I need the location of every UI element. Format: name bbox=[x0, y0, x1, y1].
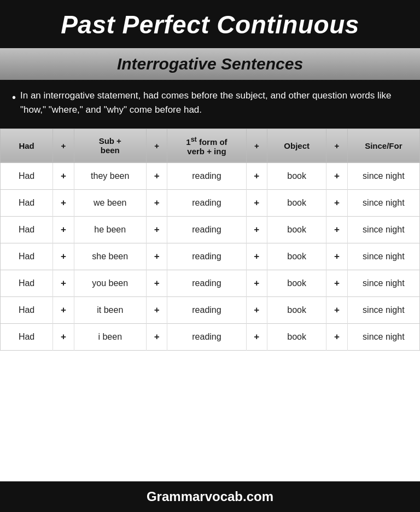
table-cell: since night bbox=[347, 162, 419, 189]
col-header-sub: Sub +been bbox=[74, 129, 146, 162]
col-header-object: Object bbox=[267, 129, 326, 162]
table-row: Had+you been+reading+book+since night bbox=[1, 270, 420, 296]
table-cell: + bbox=[53, 189, 74, 216]
table-cell: it been bbox=[74, 296, 146, 323]
page-header: Past Perfect Continuous bbox=[0, 0, 420, 48]
table-row: Had+they been+reading+book+since night bbox=[1, 162, 420, 189]
page-title: Past Perfect Continuous bbox=[11, 10, 409, 39]
table-header-row: Had + Sub +been + 1st form ofverb + ing … bbox=[1, 129, 420, 162]
table-cell: reading bbox=[167, 216, 246, 243]
table-cell: book bbox=[267, 189, 326, 216]
description-bullet: • In an interrogative statement, had com… bbox=[12, 89, 408, 118]
table-cell: since night bbox=[347, 216, 419, 243]
table-cell: since night bbox=[347, 270, 419, 296]
table-cell: reading bbox=[167, 296, 246, 323]
table-cell: reading bbox=[167, 243, 246, 270]
table-cell: Had bbox=[1, 189, 53, 216]
table-cell: + bbox=[246, 323, 267, 350]
table-row: Had+it been+reading+book+since night bbox=[1, 296, 420, 323]
col-header-plus3: + bbox=[246, 129, 267, 162]
table-cell: book bbox=[267, 296, 326, 323]
col-header-sincefor: Since/For bbox=[347, 129, 419, 162]
page-footer: Grammarvocab.com bbox=[0, 481, 420, 512]
description-text: In an interrogative statement, had comes… bbox=[20, 89, 408, 118]
table-cell: i been bbox=[74, 323, 146, 350]
table-cell: + bbox=[326, 216, 347, 243]
table-cell: book bbox=[267, 243, 326, 270]
col-header-plus4: + bbox=[326, 129, 347, 162]
table-cell: + bbox=[146, 323, 167, 350]
table-row: Had+he been+reading+book+since night bbox=[1, 216, 420, 243]
table-cell: + bbox=[246, 216, 267, 243]
table-cell: we been bbox=[74, 189, 146, 216]
table-container: Had + Sub +been + 1st form ofverb + ing … bbox=[0, 129, 420, 481]
table-cell: Had bbox=[1, 270, 53, 296]
table-cell: you been bbox=[74, 270, 146, 296]
table-cell: reading bbox=[167, 270, 246, 296]
table-cell: + bbox=[146, 270, 167, 296]
table-cell: reading bbox=[167, 189, 246, 216]
table-row: Had+she been+reading+book+since night bbox=[1, 243, 420, 270]
table-cell: + bbox=[246, 243, 267, 270]
table-cell: Had bbox=[1, 296, 53, 323]
col-header-had: Had bbox=[1, 129, 53, 162]
table-cell: + bbox=[53, 216, 74, 243]
table-body: Had+they been+reading+book+since nightHa… bbox=[1, 162, 420, 350]
col-header-plus2: + bbox=[146, 129, 167, 162]
table-cell: Had bbox=[1, 323, 53, 350]
col-header-plus1: + bbox=[53, 129, 74, 162]
table-cell: Had bbox=[1, 243, 53, 270]
table-cell: + bbox=[146, 189, 167, 216]
table-cell: book bbox=[267, 216, 326, 243]
description-section: • In an interrogative statement, had com… bbox=[0, 80, 420, 129]
table-cell: + bbox=[326, 162, 347, 189]
table-row: Had+we been+reading+book+since night bbox=[1, 189, 420, 216]
table-cell: reading bbox=[167, 162, 246, 189]
table-cell: + bbox=[246, 296, 267, 323]
table-cell: they been bbox=[74, 162, 146, 189]
table-cell: since night bbox=[347, 189, 419, 216]
table-cell: + bbox=[53, 323, 74, 350]
table-cell: + bbox=[246, 270, 267, 296]
table-cell: + bbox=[146, 243, 167, 270]
table-row: Had+i been+reading+book+since night bbox=[1, 323, 420, 350]
table-cell: book bbox=[267, 162, 326, 189]
table-cell: + bbox=[53, 270, 74, 296]
table-cell: + bbox=[53, 296, 74, 323]
subtitle-text: Interrogative Sentences bbox=[5, 55, 415, 73]
table-cell: + bbox=[326, 270, 347, 296]
table-cell: + bbox=[326, 189, 347, 216]
footer-text: Grammarvocab.com bbox=[147, 489, 273, 504]
table-cell: + bbox=[146, 216, 167, 243]
conjugation-table: Had + Sub +been + 1st form ofverb + ing … bbox=[0, 129, 420, 351]
table-cell: since night bbox=[347, 296, 419, 323]
table-cell: since night bbox=[347, 243, 419, 270]
table-cell: + bbox=[146, 296, 167, 323]
table-cell: Had bbox=[1, 216, 53, 243]
table-cell: + bbox=[246, 162, 267, 189]
table-cell: + bbox=[53, 162, 74, 189]
table-cell: she been bbox=[74, 243, 146, 270]
table-cell: reading bbox=[167, 323, 246, 350]
subtitle-bar: Interrogative Sentences bbox=[0, 48, 420, 80]
table-cell: + bbox=[326, 243, 347, 270]
table-cell: + bbox=[53, 243, 74, 270]
table-cell: since night bbox=[347, 323, 419, 350]
table-cell: + bbox=[326, 296, 347, 323]
table-cell: he been bbox=[74, 216, 146, 243]
bullet-dot: • bbox=[12, 89, 16, 118]
table-cell: + bbox=[246, 189, 267, 216]
table-cell: + bbox=[326, 323, 347, 350]
table-cell: book bbox=[267, 270, 326, 296]
table-cell: book bbox=[267, 323, 326, 350]
table-cell: Had bbox=[1, 162, 53, 189]
table-cell: + bbox=[146, 162, 167, 189]
col-header-verb: 1st form ofverb + ing bbox=[167, 129, 246, 162]
